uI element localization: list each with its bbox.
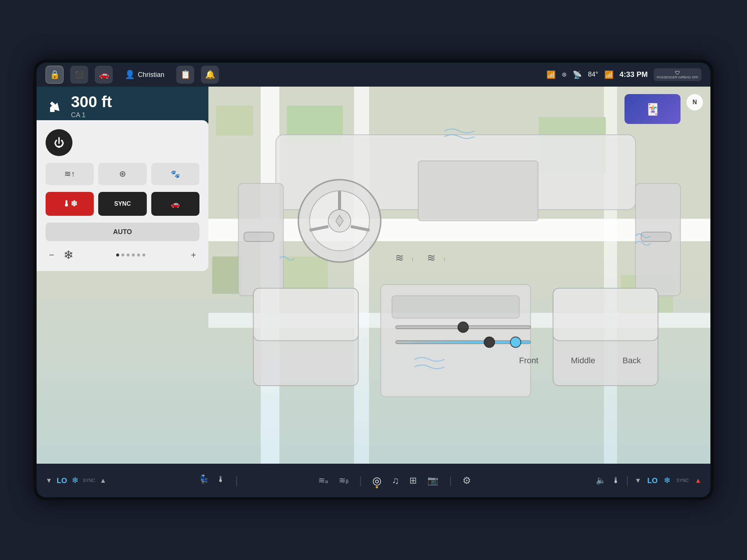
lock-icon: 🔒 bbox=[50, 70, 60, 80]
bluetooth-icon: ⊛ bbox=[562, 71, 567, 78]
temp-right-display: LO bbox=[647, 476, 658, 485]
clock-display: 4:33 PM bbox=[620, 70, 648, 79]
svg-rect-8 bbox=[418, 161, 538, 221]
screen-bezel: 🔒 ⬛ 🚗 👤 Christian 📋 🔔 bbox=[34, 60, 713, 500]
lock-button[interactable]: 🔒 bbox=[46, 66, 63, 84]
seat-heat-icon[interactable]: 💺 bbox=[199, 475, 209, 486]
svg-text:≋: ≋ bbox=[427, 252, 436, 264]
signal-icon: 📶 bbox=[604, 70, 614, 79]
heat-cool-icon: 🌡❄ bbox=[62, 199, 77, 209]
seat-heat-right-icon[interactable]: 🌡 bbox=[612, 476, 620, 485]
svg-rect-18 bbox=[392, 296, 519, 318]
nav-arrow-icon bbox=[46, 97, 65, 116]
svg-point-20 bbox=[458, 322, 468, 332]
climate-panel: ⏻ ≋↑ ⊛ 🐾 🌡❄ bbox=[37, 120, 208, 271]
svg-point-22 bbox=[484, 337, 495, 347]
user-icon: 👤 bbox=[125, 70, 135, 80]
car-interior-diagram: ≋ ↑ ≋ ↑ Front Middle Back bbox=[208, 87, 710, 464]
apps-button[interactable]: ⊞ bbox=[409, 475, 417, 486]
north-indicator: N bbox=[686, 94, 703, 111]
fan-speed-decrease-button[interactable]: − bbox=[46, 250, 58, 260]
toolbar-center: ≋ₐ ≋ᵦ | ◎ ♫ ⊞ 📷 | ⚙ bbox=[241, 475, 548, 487]
fan-speed-increase-button[interactable]: + bbox=[187, 250, 199, 260]
screen-share-icon: ⬛ bbox=[75, 71, 83, 79]
floor-mode-button[interactable]: ⊛ bbox=[98, 163, 146, 185]
vent-b-button[interactable]: ≋ᵦ bbox=[339, 476, 349, 485]
temp-right-up[interactable]: ▲ bbox=[695, 477, 701, 485]
settings-button[interactable]: ⚙ bbox=[462, 475, 471, 486]
fan-dot-4 bbox=[132, 253, 135, 256]
svg-rect-12 bbox=[641, 232, 671, 242]
temperature-display: 84° bbox=[588, 71, 598, 78]
user-button[interactable]: 👤 Christian bbox=[120, 68, 170, 82]
temp-down-arrow[interactable]: ▼ bbox=[46, 477, 52, 485]
camera-button[interactable]: 📷 bbox=[427, 475, 438, 486]
toolbar-right: 🔈 🌡 | ▼ LO ❄ SYNC ▲ bbox=[548, 475, 701, 486]
temp-right-down[interactable]: ▼ bbox=[635, 477, 641, 485]
pet-mode-icon: 🐾 bbox=[171, 169, 180, 178]
recirculate-icon: 🚗 bbox=[171, 199, 180, 208]
fan-dot-5 bbox=[137, 253, 140, 256]
status-bar-right: 📶 ⊛ 📡 84° 📶 4:33 PM 🛡 PASSENGER AIRBAG O… bbox=[546, 68, 701, 81]
divider-2: | bbox=[359, 475, 362, 486]
map-promo-card[interactable]: 🃏 bbox=[624, 94, 681, 124]
temp-up-arrow[interactable]: ▲ bbox=[100, 477, 106, 485]
climate-power-button[interactable]: ⏻ bbox=[46, 129, 72, 156]
fan-right-icon: ❄ bbox=[664, 476, 670, 485]
clipboard-button[interactable]: 📋 bbox=[176, 66, 194, 84]
airbag-text: PASSENGER AIRBAG OFF bbox=[657, 76, 698, 80]
toolbar-heat-icons: 💺 🌡 | bbox=[199, 475, 241, 486]
nav-road: CA 1 bbox=[71, 111, 112, 119]
toolbar-left: ▼ LO ❄ SYNC ▲ bbox=[46, 476, 199, 485]
car-icon: 🚗 bbox=[99, 70, 109, 80]
sync-label: SYNC bbox=[114, 200, 131, 207]
climate-mode-row: ≋↑ ⊛ 🐾 bbox=[46, 163, 199, 185]
active-indicator bbox=[376, 486, 378, 488]
power-icon: ⏻ bbox=[54, 137, 64, 149]
pet-mode-button[interactable]: 🐾 bbox=[151, 163, 199, 185]
svg-rect-14 bbox=[253, 288, 358, 340]
compass-icon: ◎ bbox=[372, 475, 381, 486]
fan-dot-1 bbox=[116, 253, 119, 256]
climate-auto-button[interactable]: AUTO bbox=[46, 223, 199, 241]
volume-icon[interactable]: 🔈 bbox=[596, 476, 606, 485]
nav-info: 300 ft CA 1 bbox=[71, 94, 112, 119]
airbag-icon: 🛡 bbox=[675, 70, 680, 76]
fan-dot-2 bbox=[121, 253, 124, 256]
climate-action-row: 🌡❄ SYNC 🚗 bbox=[46, 192, 199, 216]
climate-top-row: ⏻ bbox=[46, 129, 199, 156]
fan-dot-6 bbox=[142, 253, 145, 256]
fan-toolbar-icon: ❄ bbox=[72, 476, 78, 485]
bell-button[interactable]: 🔔 bbox=[201, 66, 219, 84]
main-screen: 🔒 ⬛ 🚗 👤 Christian 📋 🔔 bbox=[37, 63, 710, 497]
vent-mode-icon: ≋↑ bbox=[64, 169, 75, 179]
status-bar: 🔒 ⬛ 🚗 👤 Christian 📋 🔔 bbox=[37, 63, 710, 87]
climate-fan-row: − ❄ + bbox=[46, 248, 199, 262]
steering-heat-icon[interactable]: 🌡 bbox=[217, 475, 225, 486]
car-button[interactable]: 🚗 bbox=[95, 66, 113, 84]
screen-share-button[interactable]: ⬛ bbox=[70, 66, 88, 84]
divider-4: | bbox=[626, 475, 629, 486]
main-content: 300 ft CA 1 ⏻ ≋↑ ⊛ bbox=[37, 87, 710, 464]
divider-3: | bbox=[449, 475, 452, 486]
airbag-badge: 🛡 PASSENGER AIRBAG OFF bbox=[654, 68, 701, 81]
vent-mode-button[interactable]: ≋↑ bbox=[46, 163, 94, 185]
sync-button[interactable]: SYNC bbox=[98, 192, 146, 216]
svg-text:Front: Front bbox=[519, 356, 538, 365]
vent-a-button[interactable]: ≋ₐ bbox=[318, 476, 328, 485]
temp-left-display: LO bbox=[57, 476, 67, 485]
fan-dot-3 bbox=[127, 253, 130, 256]
auto-label: AUTO bbox=[113, 228, 132, 236]
fan-speed-indicator bbox=[80, 253, 182, 256]
svg-text:≋: ≋ bbox=[395, 252, 404, 264]
sync-right-label: SYNC bbox=[676, 478, 689, 483]
heat-cool-button[interactable]: 🌡❄ bbox=[46, 192, 94, 216]
music-button[interactable]: ♫ bbox=[392, 475, 399, 486]
compass-nav-button[interactable]: ◎ bbox=[372, 475, 381, 487]
recirculate-button[interactable]: 🚗 bbox=[151, 192, 199, 216]
svg-text:Middle: Middle bbox=[571, 356, 595, 365]
divider-1: | bbox=[235, 475, 238, 486]
fan-icon: ❄ bbox=[63, 248, 74, 262]
svg-text:Back: Back bbox=[623, 356, 641, 365]
sync-toolbar-label: SYNC bbox=[83, 478, 95, 483]
